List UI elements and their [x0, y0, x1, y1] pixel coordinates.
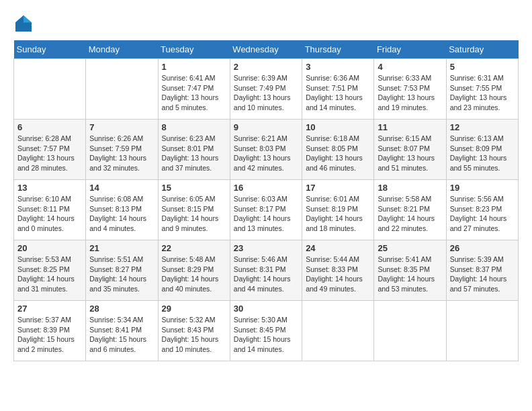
day-number: 13: [17, 183, 82, 193]
day-number: 17: [306, 183, 370, 193]
day-number: 11: [378, 122, 442, 132]
day-number: 6: [17, 122, 82, 132]
calendar-cell: 21Sunrise: 5:51 AM Sunset: 8:27 PM Dayli…: [86, 240, 158, 301]
day-info: Sunrise: 5:39 AM Sunset: 8:37 PM Dayligh…: [450, 255, 515, 294]
calendar-cell: 7Sunrise: 6:26 AM Sunset: 7:59 PM Daylig…: [86, 120, 158, 180]
day-info: Sunrise: 6:39 AM Sunset: 7:49 PM Dayligh…: [234, 73, 298, 113]
calendar-cell: 24Sunrise: 5:44 AM Sunset: 8:33 PM Dayli…: [302, 240, 374, 301]
day-number: 14: [89, 183, 154, 193]
calendar-cell: 15Sunrise: 6:05 AM Sunset: 8:15 PM Dayli…: [158, 180, 230, 240]
calendar-cell: [446, 301, 518, 361]
day-number: 2: [234, 62, 298, 72]
calendar-header-row: SundayMondayTuesdayWednesdayThursdayFrid…: [14, 40, 519, 59]
day-info: Sunrise: 5:37 AM Sunset: 8:39 PM Dayligh…: [17, 315, 82, 355]
calendar-cell: 20Sunrise: 5:53 AM Sunset: 8:25 PM Dayli…: [14, 240, 86, 301]
day-number: 15: [162, 183, 226, 193]
calendar-cell: [374, 301, 446, 361]
day-of-week-header: Thursday: [302, 40, 374, 59]
calendar-cell: 5Sunrise: 6:31 AM Sunset: 7:55 PM Daylig…: [446, 59, 518, 120]
day-of-week-header: Tuesday: [158, 40, 230, 59]
calendar-cell: 25Sunrise: 5:41 AM Sunset: 8:35 PM Dayli…: [374, 240, 446, 301]
day-info: Sunrise: 6:33 AM Sunset: 7:53 PM Dayligh…: [378, 73, 442, 113]
day-number: 19: [450, 183, 515, 193]
day-info: Sunrise: 5:53 AM Sunset: 8:25 PM Dayligh…: [17, 255, 82, 294]
calendar-cell: 2Sunrise: 6:39 AM Sunset: 7:49 PM Daylig…: [230, 59, 302, 120]
day-number: 12: [450, 122, 515, 132]
day-info: Sunrise: 5:30 AM Sunset: 8:45 PM Dayligh…: [234, 315, 298, 355]
calendar-cell: 3Sunrise: 6:36 AM Sunset: 7:51 PM Daylig…: [302, 59, 374, 120]
calendar-cell: [86, 59, 158, 120]
day-info: Sunrise: 6:13 AM Sunset: 8:09 PM Dayligh…: [450, 134, 515, 173]
calendar-cell: 19Sunrise: 5:56 AM Sunset: 8:23 PM Dayli…: [446, 180, 518, 240]
day-of-week-header: Monday: [86, 40, 158, 59]
calendar-cell: 18Sunrise: 5:58 AM Sunset: 8:21 PM Dayli…: [374, 180, 446, 240]
day-of-week-header: Wednesday: [230, 40, 302, 59]
calendar-cell: [302, 301, 374, 361]
svg-marker-1: [24, 15, 32, 23]
day-info: Sunrise: 6:26 AM Sunset: 7:59 PM Dayligh…: [89, 134, 154, 173]
day-info: Sunrise: 6:41 AM Sunset: 7:47 PM Dayligh…: [162, 73, 226, 113]
day-info: Sunrise: 5:58 AM Sunset: 8:21 PM Dayligh…: [378, 194, 442, 234]
calendar-cell: 17Sunrise: 6:01 AM Sunset: 8:19 PM Dayli…: [302, 180, 374, 240]
calendar-cell: 23Sunrise: 5:46 AM Sunset: 8:31 PM Dayli…: [230, 240, 302, 301]
calendar-cell: 14Sunrise: 6:08 AM Sunset: 8:13 PM Dayli…: [86, 180, 158, 240]
day-number: 26: [450, 243, 515, 253]
calendar-cell: 16Sunrise: 6:03 AM Sunset: 8:17 PM Dayli…: [230, 180, 302, 240]
calendar-cell: 26Sunrise: 5:39 AM Sunset: 8:37 PM Dayli…: [446, 240, 518, 301]
day-info: Sunrise: 6:03 AM Sunset: 8:17 PM Dayligh…: [234, 194, 298, 234]
day-info: Sunrise: 5:44 AM Sunset: 8:33 PM Dayligh…: [306, 255, 370, 294]
day-number: 7: [89, 122, 154, 132]
day-number: 28: [89, 304, 154, 314]
calendar: SundayMondayTuesdayWednesdayThursdayFrid…: [13, 40, 519, 361]
day-number: 10: [306, 122, 370, 132]
logo: [13, 13, 36, 34]
calendar-cell: 11Sunrise: 6:15 AM Sunset: 8:07 PM Dayli…: [374, 120, 446, 180]
day-info: Sunrise: 6:36 AM Sunset: 7:51 PM Dayligh…: [306, 73, 370, 113]
day-number: 27: [17, 304, 82, 314]
day-number: 5: [450, 62, 515, 72]
day-number: 9: [234, 122, 298, 132]
calendar-cell: 6Sunrise: 6:28 AM Sunset: 7:57 PM Daylig…: [14, 120, 86, 180]
day-number: 30: [234, 304, 298, 314]
calendar-cell: [14, 59, 86, 120]
calendar-cell: 9Sunrise: 6:21 AM Sunset: 8:03 PM Daylig…: [230, 120, 302, 180]
day-info: Sunrise: 6:10 AM Sunset: 8:11 PM Dayligh…: [17, 194, 82, 234]
calendar-cell: 4Sunrise: 6:33 AM Sunset: 7:53 PM Daylig…: [374, 59, 446, 120]
day-number: 29: [162, 304, 226, 314]
day-info: Sunrise: 6:18 AM Sunset: 8:05 PM Dayligh…: [306, 134, 370, 173]
day-info: Sunrise: 5:32 AM Sunset: 8:43 PM Dayligh…: [162, 315, 226, 355]
day-number: 21: [89, 243, 154, 253]
calendar-cell: 29Sunrise: 5:32 AM Sunset: 8:43 PM Dayli…: [158, 301, 230, 361]
calendar-cell: 8Sunrise: 6:23 AM Sunset: 8:01 PM Daylig…: [158, 120, 230, 180]
day-number: 3: [306, 62, 370, 72]
day-info: Sunrise: 6:08 AM Sunset: 8:13 PM Dayligh…: [89, 194, 154, 234]
svg-marker-2: [15, 15, 24, 23]
calendar-week-row: 27Sunrise: 5:37 AM Sunset: 8:39 PM Dayli…: [14, 301, 519, 361]
calendar-week-row: 6Sunrise: 6:28 AM Sunset: 7:57 PM Daylig…: [14, 120, 519, 180]
day-info: Sunrise: 5:51 AM Sunset: 8:27 PM Dayligh…: [89, 255, 154, 294]
day-info: Sunrise: 5:41 AM Sunset: 8:35 PM Dayligh…: [378, 255, 442, 294]
day-of-week-header: Friday: [374, 40, 446, 59]
calendar-week-row: 20Sunrise: 5:53 AM Sunset: 8:25 PM Dayli…: [14, 240, 519, 301]
calendar-week-row: 1Sunrise: 6:41 AM Sunset: 7:47 PM Daylig…: [14, 59, 519, 120]
day-info: Sunrise: 5:34 AM Sunset: 8:41 PM Dayligh…: [89, 315, 154, 355]
calendar-cell: 28Sunrise: 5:34 AM Sunset: 8:41 PM Dayli…: [86, 301, 158, 361]
day-number: 22: [162, 243, 226, 253]
calendar-cell: 22Sunrise: 5:48 AM Sunset: 8:29 PM Dayli…: [158, 240, 230, 301]
calendar-cell: 1Sunrise: 6:41 AM Sunset: 7:47 PM Daylig…: [158, 59, 230, 120]
day-info: Sunrise: 6:05 AM Sunset: 8:15 PM Dayligh…: [162, 194, 226, 234]
calendar-cell: 27Sunrise: 5:37 AM Sunset: 8:39 PM Dayli…: [14, 301, 86, 361]
logo-icon: [13, 13, 34, 34]
day-info: Sunrise: 5:46 AM Sunset: 8:31 PM Dayligh…: [234, 255, 298, 294]
day-info: Sunrise: 6:15 AM Sunset: 8:07 PM Dayligh…: [378, 134, 442, 173]
calendar-cell: 30Sunrise: 5:30 AM Sunset: 8:45 PM Dayli…: [230, 301, 302, 361]
day-of-week-header: Saturday: [446, 40, 518, 59]
day-info: Sunrise: 6:21 AM Sunset: 8:03 PM Dayligh…: [234, 134, 298, 173]
day-number: 20: [17, 243, 82, 253]
day-number: 25: [378, 243, 442, 253]
calendar-cell: 13Sunrise: 6:10 AM Sunset: 8:11 PM Dayli…: [14, 180, 86, 240]
day-number: 1: [162, 62, 226, 72]
day-number: 4: [378, 62, 442, 72]
day-info: Sunrise: 5:56 AM Sunset: 8:23 PM Dayligh…: [450, 194, 515, 234]
day-number: 24: [306, 243, 370, 253]
